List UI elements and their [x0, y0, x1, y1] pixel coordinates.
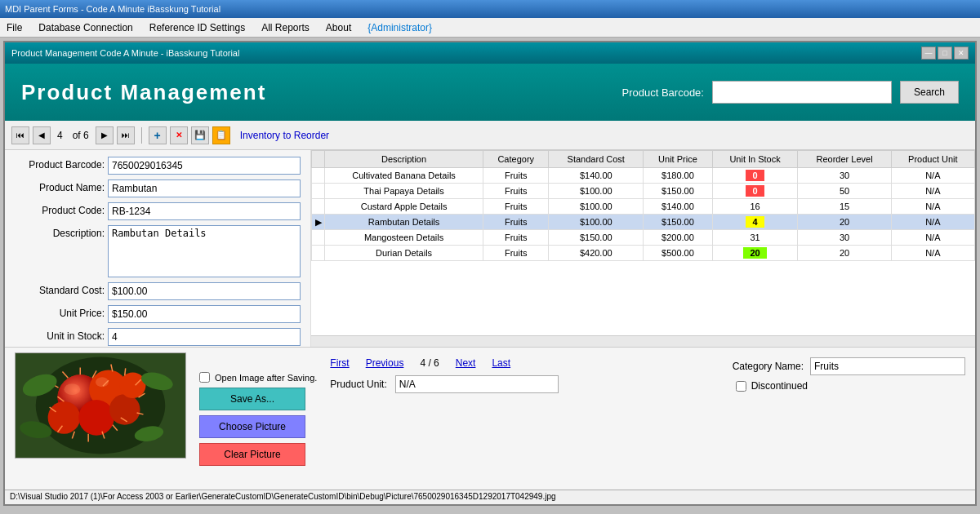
table-row[interactable]: Thai Papaya Details Fruits $100.00 $150.… — [312, 184, 975, 199]
row-stock: 0 — [712, 168, 798, 184]
win-close-btn[interactable]: ✕ — [954, 47, 969, 60]
category-section: Category Name: Discontinued — [733, 352, 965, 392]
nav-add-btn[interactable]: + — [149, 126, 167, 144]
code-field-input[interactable] — [108, 202, 301, 220]
category-input[interactable] — [810, 357, 965, 375]
menu-admin[interactable]: {Administrator} — [364, 21, 435, 34]
row-arrow-cell — [312, 246, 325, 261]
row-stock: 31 — [712, 230, 798, 246]
nav-note-btn[interactable]: 📋 — [212, 126, 230, 144]
win-titlebar-buttons: — □ ✕ — [921, 47, 969, 60]
col-unit: Product Unit — [891, 151, 974, 168]
row-desc: Mangosteen Details — [325, 230, 483, 246]
row-cat: Fruits — [483, 215, 549, 230]
field-row-price: Unit Price: — [15, 305, 301, 323]
field-row-barcode: Product Barcode: — [15, 157, 301, 175]
nav-last-btn[interactable]: ⏭ — [117, 126, 135, 144]
page-indicator: 4 / 6 — [420, 357, 439, 369]
unit-field-input[interactable] — [395, 375, 559, 393]
nav-save-btn[interactable]: 💾 — [191, 126, 209, 144]
menu-reference[interactable]: Reference ID Settings — [146, 21, 248, 34]
row-reorder: 15 — [798, 199, 891, 215]
nav-bottom: First Previous 4 / 6 Next Last Pruduct U… — [330, 352, 719, 393]
stock-field-input[interactable] — [108, 328, 301, 346]
row-desc: Cultivated Banana Details — [325, 168, 483, 184]
row-desc: Durian Details — [325, 246, 483, 261]
os-titlebar-title: MDI Parent Forms - Code A Minute iBassku… — [5, 4, 975, 14]
row-unit: N/A — [891, 215, 974, 230]
nav-next-btn[interactable]: ▶ — [96, 126, 114, 144]
image-section — [15, 352, 186, 459]
row-cost: $100.00 — [549, 199, 644, 215]
win-maximize-btn[interactable]: □ — [938, 47, 952, 60]
code-field-label: Product Code: — [15, 202, 105, 216]
col-desc: Description — [325, 151, 483, 168]
menu-about[interactable]: About — [323, 21, 354, 34]
cost-field-input[interactable] — [108, 282, 301, 300]
nav-next-link[interactable]: Next — [456, 357, 476, 369]
menu-file[interactable]: File — [3, 21, 25, 34]
menu-reports[interactable]: All Reports — [258, 21, 313, 34]
row-reorder: 30 — [798, 168, 891, 184]
field-row-name: Product Name: — [15, 179, 301, 197]
product-table: Description Category Standard Cost Unit … — [311, 150, 975, 261]
row-unit: N/A — [891, 230, 974, 246]
win-minimize-btn[interactable]: — — [921, 47, 936, 60]
save-as-button[interactable]: Save As... — [199, 388, 305, 410]
barcode-field-input[interactable] — [108, 157, 301, 175]
row-reorder: 50 — [798, 184, 891, 199]
data-table-container[interactable]: Description Category Standard Cost Unit … — [311, 150, 975, 335]
row-arrow-cell: ▶ — [312, 215, 325, 230]
os-titlebar: MDI Parent Forms - Code A Minute iBassku… — [0, 0, 980, 18]
row-desc: Thai Papaya Details — [325, 184, 483, 199]
barcode-search-input[interactable] — [712, 81, 892, 104]
bottom-area: Open Image after Saving. Save As... Choo… — [5, 347, 975, 490]
row-arrow-cell — [312, 199, 325, 215]
field-row-code: Product Code: — [15, 202, 301, 220]
price-field-input[interactable] — [108, 305, 301, 323]
unit-row: Pruduct Unit: — [330, 375, 719, 393]
open-image-label: Open Image after Saving. — [215, 373, 317, 383]
horizontal-scrollbar[interactable] — [311, 335, 975, 347]
clear-picture-button[interactable]: Clear Picture — [199, 443, 305, 466]
name-field-input[interactable] — [108, 179, 301, 197]
nav-prev-link[interactable]: Previous — [366, 357, 404, 369]
menu-database[interactable]: Database Connection — [35, 21, 136, 34]
row-unit: N/A — [891, 168, 974, 184]
row-stock: 0 — [712, 184, 798, 199]
desc-field-textarea[interactable]: Rambutan Details — [108, 225, 301, 277]
discontinued-checkbox[interactable] — [736, 381, 746, 392]
svg-point-28 — [96, 377, 109, 387]
menubar: File Database Connection Reference ID Se… — [0, 18, 980, 38]
header-search-area: Product Barcode: Search — [622, 81, 959, 104]
open-image-checkbox[interactable] — [199, 372, 210, 383]
main-content: Product Barcode: Product Name: Product C… — [5, 150, 975, 347]
left-panel: Product Barcode: Product Name: Product C… — [5, 150, 311, 347]
row-reorder: 20 — [798, 246, 891, 261]
table-row[interactable]: Mangosteen Details Fruits $150.00 $200.0… — [312, 230, 975, 246]
table-row[interactable]: ▶ Rambutan Details Fruits $100.00 $150.0… — [312, 215, 975, 230]
page-title: Product Management — [21, 80, 266, 105]
name-field-label: Product Name: — [15, 179, 105, 193]
nav-first-link[interactable]: First — [330, 357, 349, 369]
reorder-link[interactable]: Inventory to Reorder — [240, 130, 329, 141]
search-button[interactable]: Search — [900, 81, 959, 104]
price-field-label: Unit Price: — [15, 305, 105, 319]
nav-first-btn[interactable]: ⏮ — [11, 126, 29, 144]
desc-field-label: Description: — [15, 225, 105, 239]
row-cost: $420.00 — [549, 246, 644, 261]
nav-links-row: First Previous 4 / 6 Next Last — [330, 357, 719, 369]
table-row[interactable]: Durian Details Fruits $420.00 $500.00 20… — [312, 246, 975, 261]
table-row[interactable]: Cultivated Banana Details Fruits $140.00… — [312, 168, 975, 184]
svg-point-6 — [78, 400, 114, 436]
col-arrow — [312, 151, 325, 168]
nav-prev-btn[interactable]: ◀ — [33, 126, 51, 144]
statusbar-text: D:\Visual Studio 2017 (1)\For Access 200… — [10, 492, 556, 501]
table-row[interactable]: Custard Apple Details Fruits $100.00 $14… — [312, 199, 975, 215]
row-price: $150.00 — [644, 184, 712, 199]
nav-delete-btn[interactable]: ✕ — [170, 126, 188, 144]
nav-last-link[interactable]: Last — [492, 357, 510, 369]
field-row-desc: Description: Rambutan Details — [15, 225, 301, 277]
choose-picture-button[interactable]: Choose Picture — [199, 415, 305, 438]
open-image-row: Open Image after Saving. — [199, 372, 317, 383]
